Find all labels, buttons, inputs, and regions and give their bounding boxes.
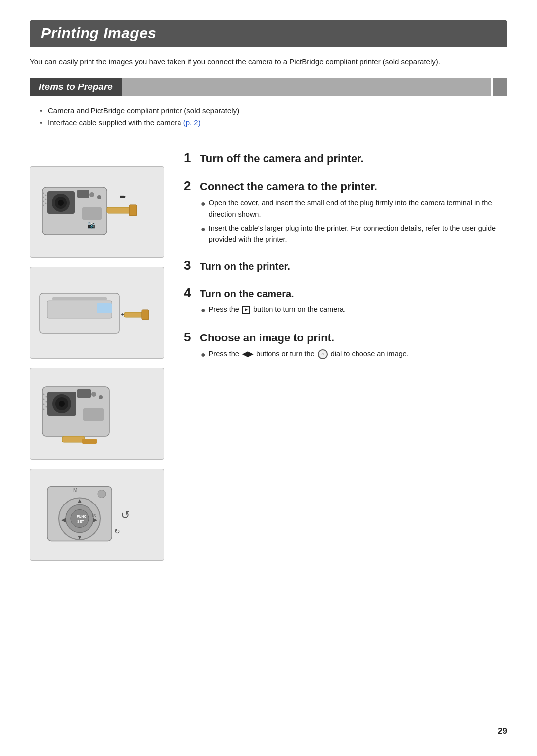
section-header: Items to Prepare (30, 78, 507, 96)
camera-image-4: FUNC SET ▲ ▼ ◀ ▶ MF ↺ ↻ IS (30, 469, 164, 561)
step-4: 4 Turn on the camera. ● Press the button… (184, 286, 507, 317)
svg-point-15 (43, 204, 44, 206)
svg-point-14 (43, 200, 44, 202)
svg-point-33 (99, 395, 103, 399)
svg-point-5 (90, 192, 94, 197)
item-link: (p. 2) (183, 118, 201, 127)
svg-rect-36 (62, 436, 85, 442)
svg-point-13 (43, 196, 44, 198)
svg-text:↺: ↺ (121, 508, 130, 521)
step-5-title: Choose an image to print. (200, 332, 334, 344)
svg-point-42 (46, 396, 47, 397)
play-icon (242, 306, 250, 314)
step-2-bullet-2: ● Insert the cable's larger plug into th… (201, 223, 507, 245)
svg-rect-10 (129, 205, 137, 216)
svg-point-44 (46, 406, 47, 407)
svg-point-16 (45, 194, 47, 196)
svg-rect-34 (83, 408, 104, 421)
svg-point-31 (59, 401, 65, 407)
svg-point-56 (98, 490, 106, 498)
step-5: 5 Choose an image to print. ● Press the … (184, 331, 507, 361)
step-3-number: 3 (184, 259, 196, 272)
step-2-bullet-1-text: Open the cover, and insert the small end… (209, 197, 507, 220)
page-title: Printing Images (41, 25, 496, 42)
svg-text:FUNC: FUNC (77, 514, 86, 518)
camera-image-1: ➨ 📷 (30, 166, 164, 258)
step-5-body: ● Press the ◀▶ buttons or turn the dial … (184, 348, 507, 361)
dial-icon (318, 349, 328, 359)
section-header-tab (493, 78, 507, 96)
svg-text:▲: ▲ (77, 497, 83, 504)
step-3: 3 Turn on the printer. (184, 259, 507, 272)
svg-text:↻: ↻ (114, 527, 120, 535)
bullet-dot: ● (201, 223, 206, 236)
step-3-header: 3 Turn on the printer. (184, 259, 507, 272)
bullet-dot: ● (201, 349, 206, 361)
svg-point-48 (71, 509, 89, 527)
step-2-bullet-2-text: Insert the cable's larger plug into the … (209, 223, 507, 245)
left-column: ➨ 📷 (30, 151, 169, 561)
svg-point-17 (45, 198, 47, 200)
step-3-title: Turn on the printer. (200, 260, 290, 272)
step-4-number: 4 (184, 286, 196, 299)
step-4-bullet-1-text: Press the button to turn on the camera. (209, 304, 507, 315)
step-2-number: 2 (184, 179, 196, 192)
svg-point-12 (43, 192, 44, 194)
bullet-dot: ● (201, 304, 206, 317)
svg-point-38 (43, 393, 45, 395)
svg-point-18 (45, 202, 47, 204)
right-column: 1 Turn off the camera and printer. 2 Con… (184, 151, 507, 561)
svg-text:📷: 📷 (87, 221, 96, 229)
step-4-bullet-1: ● Press the button to turn on the camera… (201, 304, 507, 317)
step-1-title: Turn off the camera and printer. (200, 152, 364, 165)
page-title-bar: Printing Images (30, 20, 507, 47)
step-1-number: 1 (184, 151, 196, 164)
svg-rect-26 (142, 310, 149, 320)
svg-text:➨: ➨ (119, 192, 127, 202)
step-2-title: Connect the camera to the printer. (200, 180, 377, 193)
page-number: 29 (498, 726, 507, 736)
svg-text:◀: ◀ (61, 516, 66, 523)
items-list: Camera and PictBridge compliant printer … (30, 101, 507, 133)
section-header-bar (122, 78, 491, 96)
step-2-header: 2 Connect the camera to the printer. (184, 179, 507, 193)
main-content: ➨ 📷 (30, 151, 507, 561)
step-5-bullet-1-text: Press the ◀▶ buttons or turn the dial to… (209, 348, 507, 360)
step-5-header: 5 Choose an image to print. (184, 331, 507, 344)
step-2: 2 Connect the camera to the printer. ● O… (184, 179, 507, 245)
svg-point-41 (43, 408, 45, 410)
section-heading: Items to Prepare (30, 78, 122, 96)
svg-rect-7 (82, 207, 102, 220)
camera-image-3 (30, 368, 164, 460)
bullet-dot: ● (201, 198, 206, 210)
svg-point-39 (43, 398, 45, 400)
arrows-icon: ◀▶ (242, 349, 253, 360)
list-item: Camera and PictBridge compliant printer … (40, 105, 507, 117)
step-4-body: ● Press the button to turn on the camera… (184, 304, 507, 317)
svg-text:MF: MF (73, 487, 80, 492)
step-2-body: ● Open the cover, and insert the small e… (184, 197, 507, 245)
svg-rect-37 (82, 439, 97, 444)
svg-rect-25 (124, 312, 144, 317)
svg-rect-23 (97, 303, 112, 313)
step-2-bullet-1: ● Open the cover, and insert the small e… (201, 197, 507, 220)
divider (30, 141, 507, 141)
list-item: Interface cable supplied with the camera… (40, 117, 507, 129)
svg-text:SET: SET (77, 519, 84, 523)
svg-point-4 (58, 200, 64, 206)
item-text: Interface cable supplied with the camera (48, 118, 183, 127)
svg-text:IS: IS (92, 513, 96, 518)
svg-rect-35 (77, 389, 91, 398)
svg-rect-8 (77, 190, 90, 198)
step-1: 1 Turn off the camera and printer. (184, 151, 507, 165)
camera-image-2: ← (30, 267, 164, 359)
svg-point-40 (43, 403, 45, 405)
step-5-bullet-1: ● Press the ◀▶ buttons or turn the dial … (201, 348, 507, 361)
svg-point-43 (46, 401, 47, 402)
svg-text:▼: ▼ (77, 533, 83, 540)
step-5-number: 5 (184, 331, 196, 343)
item-text: Camera and PictBridge compliant printer … (48, 106, 239, 115)
step-4-header: 4 Turn on the camera. (184, 286, 507, 300)
svg-point-6 (97, 195, 101, 199)
svg-rect-22 (52, 297, 107, 300)
